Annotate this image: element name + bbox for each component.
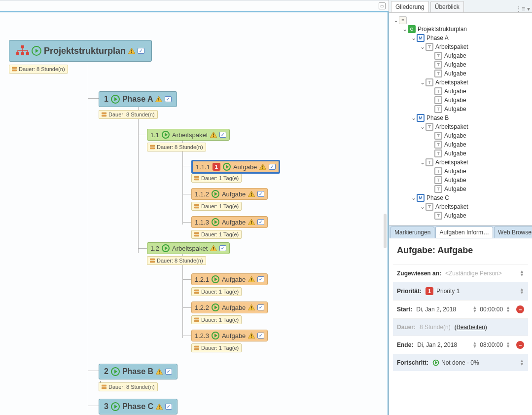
clear-end-button[interactable]: － <box>516 341 524 349</box>
panel-toggle-icon[interactable]: ▭ <box>379 2 386 9</box>
svg-rect-37 <box>194 232 199 234</box>
tree-label: Aufgabe <box>444 61 466 68</box>
task-node[interactable]: 1.1.2Aufgabe✓ <box>191 188 268 200</box>
outline-item[interactable]: ⌄TArbeitspaket <box>389 42 532 51</box>
tree-caret-icon[interactable]: ⌄ <box>420 203 426 210</box>
flag-icon: ✓ <box>165 404 172 410</box>
tree-caret-icon[interactable]: ⌄ <box>411 35 417 41</box>
status-icon <box>212 218 219 226</box>
task-node[interactable]: 1.1.3Aufgabe✓ <box>191 216 268 228</box>
tree-caret-icon[interactable]: ⌄ <box>411 114 417 121</box>
warning-icon <box>259 164 266 170</box>
phase-node[interactable]: 2Phase B✓ <box>99 364 177 379</box>
task-node[interactable]: 1.2.2Aufgabe✓ <box>191 302 268 313</box>
tree-caret-icon[interactable]: ⌄ <box>420 79 426 86</box>
outline-item[interactable]: TAufgabe <box>389 51 532 60</box>
flag-icon: ✓ <box>257 276 264 282</box>
outline-item[interactable]: ⌄MPhase C <box>389 193 532 202</box>
status-icon <box>111 95 120 104</box>
tree-label: Aufgabe <box>444 97 466 104</box>
task-node[interactable]: 1.2.1Aufgabe✓ <box>191 273 268 285</box>
info-tabs: Markierungen Aufgaben Inform… Web Browse… <box>389 226 532 238</box>
stepper-icon[interactable] <box>506 306 510 313</box>
status-icon <box>212 332 219 340</box>
outline-item[interactable]: ⌄CProjektstrukturplan <box>389 25 532 34</box>
outline-item[interactable]: TAufgabe <box>389 87 532 96</box>
stepper-icon[interactable] <box>520 288 524 295</box>
duration-box: Dauer: 8 Stunde(n) <box>9 65 68 74</box>
workpackage-node[interactable]: 1.1Arbeitspaket✓ <box>147 129 230 141</box>
stepper-icon[interactable] <box>472 306 477 313</box>
tab-taskinfo[interactable]: Aufgaben Inform… <box>435 226 493 238</box>
assigned-value[interactable]: <Zuständige Person> <box>445 270 502 277</box>
phase-node[interactable]: 1Phase A✓ <box>99 91 177 107</box>
stepper-icon[interactable] <box>520 359 524 366</box>
svg-rect-1 <box>16 52 19 55</box>
tree-type-icon: T <box>426 203 433 211</box>
svg-rect-15 <box>159 98 160 100</box>
workpackage-node[interactable]: 1.2Arbeitspaket✓ <box>147 242 230 254</box>
phase-node[interactable]: 3Phase C✓ <box>99 399 177 415</box>
outline-item[interactable]: TAufgabe <box>389 140 532 149</box>
outline-item[interactable]: TAufgabe <box>389 167 532 176</box>
outline-item[interactable]: ⌄TArbeitspaket <box>389 122 532 131</box>
stepper-icon[interactable] <box>520 270 524 277</box>
diagram-pane[interactable]: ▭ Projektstrukturplan✓Dauer: 8 Stunde(n)… <box>0 0 389 415</box>
tree-caret-icon[interactable]: ⌄ <box>420 123 426 130</box>
scrollbar[interactable] <box>384 214 387 248</box>
end-date[interactable]: Di, Jan 2, 2018 <box>417 341 457 348</box>
outline-item[interactable]: ⌄TArbeitspaket <box>389 78 532 87</box>
outline-item[interactable]: TAufgabe <box>389 149 532 158</box>
end-time[interactable]: 08:00:00 <box>480 341 503 348</box>
warning-icon <box>156 404 163 410</box>
outline-item[interactable]: TAufgabe <box>389 105 532 113</box>
flag-icon: ✓ <box>257 333 264 339</box>
stepper-icon[interactable] <box>506 341 510 348</box>
root-node[interactable]: Projektstrukturplan✓ <box>9 40 152 62</box>
node-label: Phase C <box>122 402 153 411</box>
outline-item[interactable]: ⌄≡ <box>389 16 532 25</box>
outline-tree[interactable]: ⌄≡⌄CProjektstrukturplan⌄MPhase A⌄TArbeit… <box>389 13 532 225</box>
tree-caret-icon[interactable]: ⌄ <box>420 159 426 166</box>
tab-options-icon[interactable]: ⋮≡ <box>516 5 525 12</box>
outline-item[interactable]: ⌄MPhase B <box>389 113 532 122</box>
priority-value[interactable]: Priority 1 <box>436 288 460 295</box>
tab-dropdown-icon[interactable]: ▾ <box>527 5 530 12</box>
outline-item[interactable]: TAufgabe <box>389 211 532 220</box>
tab-overview[interactable]: Überblick <box>430 1 464 12</box>
tree-label: Aufgabe <box>444 141 466 148</box>
tree-caret-icon[interactable]: ⌄ <box>402 26 408 33</box>
warning-icon <box>248 191 255 197</box>
tree-label: Aufgabe <box>444 70 466 77</box>
outline-item[interactable]: ⌄TArbeitspaket <box>389 202 532 211</box>
outline-item[interactable]: TAufgabe <box>389 176 532 185</box>
outline-item[interactable]: TAufgabe <box>389 60 532 69</box>
outline-item[interactable]: TAufgabe <box>389 96 532 105</box>
tab-webbrowser[interactable]: Web Browser <box>494 226 532 238</box>
tree-caret-icon[interactable]: ⌄ <box>411 194 417 201</box>
outline-item[interactable]: TAufgabe <box>389 131 532 140</box>
tab-outline[interactable]: Gliederung <box>391 1 429 12</box>
outline-item[interactable]: ⌄TArbeitspaket <box>389 158 532 167</box>
node-label: Aufgabe <box>222 304 246 311</box>
start-time[interactable]: 00:00:00 <box>480 306 503 313</box>
duration-edit-link[interactable]: (Bearbeiten) <box>455 324 487 331</box>
start-date[interactable]: Di, Jan 2, 2018 <box>416 306 456 313</box>
tree-label: Aufgabe <box>444 177 466 184</box>
task-node[interactable]: 1.1.11Aufgabe✓ <box>191 160 280 174</box>
svg-rect-23 <box>150 148 155 149</box>
stepper-icon[interactable] <box>472 341 477 348</box>
tree-type-icon: T <box>434 87 442 95</box>
tree-caret-icon[interactable]: ⌄ <box>393 17 399 24</box>
segment-icon <box>150 145 155 150</box>
outline-item[interactable]: TAufgabe <box>389 69 532 78</box>
progress-value[interactable]: Not done - 0% <box>441 359 479 366</box>
outline-item[interactable]: TAufgabe <box>389 185 532 193</box>
task-node[interactable]: 1.2.3Aufgabe✓ <box>191 330 268 341</box>
tree-type-icon: T <box>434 61 442 69</box>
tree-caret-icon[interactable]: ⌄ <box>420 43 426 50</box>
tree-label: Aufgabe <box>444 168 466 175</box>
tab-markings[interactable]: Markierungen <box>390 226 434 238</box>
outline-item[interactable]: ⌄MPhase A <box>389 34 532 42</box>
clear-start-button[interactable]: － <box>516 305 524 313</box>
